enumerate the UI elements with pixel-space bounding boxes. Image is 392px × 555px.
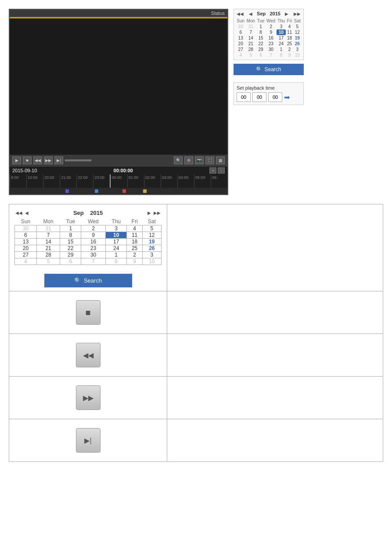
bottom-cal-next-next-button[interactable]: ▶▶ [153, 210, 162, 215]
cal-day[interactable]: 6 [236, 29, 245, 35]
timeline-bar[interactable]: 8:00 10:00 20:00 21:00 22:00 23:00 00:00… [10, 174, 227, 188]
minute-input[interactable] [252, 92, 266, 102]
cal-day[interactable]: 31 [245, 24, 256, 29]
cal-day[interactable]: 2 [286, 47, 293, 52]
cal-day[interactable]: 7 [36, 232, 60, 239]
cal-day[interactable]: 4 [127, 225, 142, 232]
cal-day[interactable]: 3 [142, 252, 161, 258]
cal-day[interactable]: 20 [236, 41, 245, 47]
rewind-playback-button[interactable]: ◀◀ [76, 343, 101, 367]
cal-day[interactable]: 5 [245, 52, 256, 58]
fast-forward-playback-button[interactable]: ▶▶ [76, 385, 101, 410]
cal-day[interactable]: 7 [81, 258, 106, 265]
bottom-search-button[interactable]: 🔍 Search [44, 274, 132, 287]
bottom-cal-next-button[interactable]: ▶ [147, 210, 152, 215]
cal-next-button[interactable]: ▶ [284, 11, 289, 16]
timeline-zoom-in[interactable]: + [209, 167, 216, 174]
cal-day[interactable]: 14 [36, 239, 60, 245]
cal-next-next-button[interactable]: ▶▶ [293, 11, 302, 16]
cal-day[interactable]: 3 [277, 24, 286, 29]
cal-day[interactable]: 25 [127, 245, 142, 252]
cal-day[interactable]: 18 [286, 35, 293, 41]
cal-day[interactable]: 14 [245, 35, 256, 41]
cal-prev-button[interactable]: ◀ [248, 11, 253, 16]
stop-playback-button[interactable]: ■ [76, 300, 101, 325]
cal-day[interactable]: 8 [105, 258, 126, 265]
cal-day[interactable]: 22 [60, 245, 81, 252]
cal-day[interactable]: 26 [142, 245, 161, 252]
cal-day[interactable]: 24 [277, 41, 286, 47]
cal-day[interactable]: 29 [60, 252, 81, 258]
cal-day[interactable]: 12 [293, 29, 302, 35]
cal-day[interactable]: 9 [286, 52, 293, 58]
cal-day[interactable]: 8 [277, 52, 286, 58]
cal-day[interactable]: 25 [286, 41, 293, 47]
cal-day[interactable]: 1 [277, 47, 286, 52]
cal-day[interactable]: 24 [105, 245, 126, 252]
cal-day[interactable]: 22 [256, 41, 265, 47]
cal-day[interactable]: 3 [105, 225, 126, 232]
timeline-zoom-out[interactable]: - [218, 167, 225, 174]
top-search-button[interactable]: 🔍 Search [234, 64, 304, 75]
cal-day[interactable]: 2 [81, 225, 106, 232]
cal-day[interactable]: 28 [245, 47, 256, 52]
cal-day[interactable]: 1 [60, 225, 81, 232]
cal-day[interactable]: 3 [293, 47, 302, 52]
cal-day[interactable]: 11 [127, 232, 142, 239]
cal-day[interactable]: 2 [266, 24, 277, 29]
second-input[interactable] [268, 92, 282, 102]
cal-day[interactable]: 19 [142, 239, 161, 245]
goto-time-button[interactable]: ➡ [284, 93, 290, 102]
cal-day[interactable]: 27 [236, 47, 245, 52]
cal-day[interactable]: 10 [293, 52, 302, 58]
zoom-button[interactable]: 🔍 [174, 156, 183, 164]
cal-day[interactable]: 4 [15, 258, 37, 265]
cal-day[interactable]: 18 [127, 239, 142, 245]
cal-day[interactable]: 4 [286, 24, 293, 29]
cal-day[interactable]: 10 [105, 232, 126, 239]
cal-day[interactable]: 30 [81, 252, 106, 258]
cal-day[interactable]: 9 [81, 232, 106, 239]
bottom-cal-prev-button[interactable]: ◀ [24, 210, 29, 215]
cal-day[interactable]: 30 [236, 24, 245, 29]
cal-day[interactable]: 13 [15, 239, 37, 245]
cal-day[interactable]: 15 [60, 239, 81, 245]
cal-day[interactable]: 23 [266, 41, 277, 47]
cal-day[interactable]: 31 [36, 225, 60, 232]
cal-day[interactable]: 10 [277, 29, 286, 35]
cal-day[interactable]: 1 [256, 24, 265, 29]
step-forward-button[interactable]: ▶| [54, 156, 63, 164]
cal-day[interactable]: 10 [142, 258, 161, 265]
cal-day[interactable]: 19 [293, 35, 302, 41]
split-button[interactable]: ▦ [216, 156, 225, 164]
fast-forward-button[interactable]: ▶▶ [44, 156, 53, 164]
cal-day[interactable]: 30 [15, 225, 37, 232]
snapshot-button[interactable]: 📷 [195, 156, 204, 164]
cal-day[interactable]: 20 [15, 245, 37, 252]
cal-day[interactable]: 15 [256, 35, 265, 41]
cal-day[interactable]: 27 [15, 252, 37, 258]
cal-day[interactable]: 5 [36, 258, 60, 265]
play-button[interactable]: ▶ [12, 156, 21, 164]
hour-input[interactable] [237, 92, 251, 102]
cal-day[interactable]: 6 [15, 232, 37, 239]
cal-day[interactable]: 5 [293, 24, 302, 29]
cal-day[interactable]: 6 [60, 258, 81, 265]
step-forward-playback-button[interactable]: ▶| [76, 428, 101, 453]
cal-day[interactable]: 21 [245, 41, 256, 47]
cal-day[interactable]: 21 [36, 245, 60, 252]
cal-day[interactable]: 29 [256, 47, 265, 52]
cal-day[interactable]: 1 [105, 252, 126, 258]
volume-slider[interactable] [65, 160, 91, 161]
cal-day[interactable]: 9 [266, 29, 277, 35]
cal-day[interactable]: 12 [142, 232, 161, 239]
cal-day[interactable]: 9 [127, 258, 142, 265]
cal-day[interactable]: 28 [36, 252, 60, 258]
cal-prev-prev-button[interactable]: ◀◀ [236, 11, 245, 16]
cal-day[interactable]: 16 [81, 239, 106, 245]
settings-button[interactable]: ⚙ [184, 156, 193, 164]
cal-day[interactable]: 11 [286, 29, 293, 35]
cal-day[interactable]: 17 [105, 239, 126, 245]
fullscreen-button[interactable]: ⛶ [205, 156, 214, 164]
cal-day[interactable]: 23 [81, 245, 106, 252]
